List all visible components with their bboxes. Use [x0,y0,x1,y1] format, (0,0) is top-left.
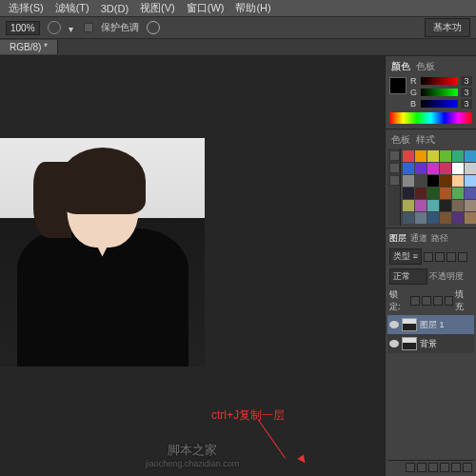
chevron-down-icon[interactable]: ▾ [69,24,76,31]
swatch[interactable] [403,212,414,224]
color-spectrum[interactable] [389,112,472,124]
layer-thumbnail[interactable] [402,337,417,350]
b-value[interactable]: 3 [461,99,472,109]
layer-row[interactable]: 背景 [387,334,474,353]
mask-icon[interactable] [417,463,426,472]
swatch[interactable] [440,188,451,199]
swatch[interactable] [415,175,426,187]
tab-styles[interactable]: 样式 [416,133,435,147]
layer-name[interactable]: 背景 [420,338,437,350]
swatch[interactable] [440,200,451,211]
swatch[interactable] [427,212,439,224]
fx-icon[interactable] [406,463,415,472]
menu-help[interactable]: 帮助(H) [230,0,275,17]
swatch[interactable] [440,212,451,224]
lock-all-icon[interactable] [445,296,454,306]
document-tab[interactable]: RGB/8) * [0,40,58,54]
canvas-area[interactable]: ctrl+J复制一层 脚本之家 jiaocheng.chazidian.com [0,56,385,476]
swatch[interactable] [403,163,414,174]
paragraph-icon[interactable] [389,163,400,173]
filter-icon[interactable] [446,252,456,262]
char-icon[interactable] [389,175,400,186]
layer-name[interactable]: 图层 1 [420,319,445,331]
swatch[interactable] [403,175,414,187]
swatch[interactable] [415,212,426,224]
workspace-switcher[interactable]: 基本功 [425,18,470,37]
swatch[interactable] [465,150,476,162]
zoom-input[interactable]: 100% [6,21,40,35]
filter-icon[interactable] [458,252,467,262]
lock-transparent-icon[interactable] [410,296,420,306]
foreground-color[interactable] [389,77,407,94]
letter-icon[interactable] [389,150,400,161]
tab-channels[interactable]: 通道 [410,232,427,245]
checkbox-protect[interactable] [84,23,93,32]
swatch[interactable] [465,175,476,187]
swatch[interactable] [465,212,476,224]
swatch[interactable] [415,200,426,211]
swatch[interactable] [452,175,464,187]
swatch[interactable] [427,200,439,211]
b-label: B [410,99,418,109]
swatch[interactable] [427,175,439,187]
tab-paths[interactable]: 路径 [431,232,448,245]
menu-view[interactable]: 视图(V) [135,0,180,17]
swatch[interactable] [403,150,414,162]
g-value[interactable]: 3 [461,88,472,97]
tool-icon[interactable] [147,21,160,34]
swatch[interactable] [452,200,464,211]
swatch[interactable] [440,175,451,187]
swatch[interactable] [465,200,476,211]
swatch[interactable] [452,163,464,174]
menu-3d[interactable]: 3D(D) [96,1,133,16]
new-layer-icon[interactable] [451,463,461,472]
tab-swatches-alt[interactable]: 色板 [416,60,435,73]
menu-select[interactable]: 选择(S) [4,0,49,17]
tab-layers[interactable]: 图层 [389,232,407,245]
swatch[interactable] [452,150,464,162]
menu-window[interactable]: 窗口(W) [182,0,229,17]
swatch[interactable] [465,188,476,199]
b-slider[interactable] [421,100,458,108]
menu-filter[interactable]: 滤镜(T) [50,0,94,17]
adjustment-icon[interactable] [428,463,438,472]
r-slider[interactable] [421,77,458,85]
layer-thumbnail[interactable] [402,318,417,331]
visibility-icon[interactable] [389,340,399,347]
lock-image-icon[interactable] [422,296,431,306]
brush-preview-icon[interactable] [48,21,61,34]
swatch[interactable] [427,163,439,174]
right-panels: 颜色 色板 R 3 G 3 B [385,56,476,476]
swatch[interactable] [427,188,439,199]
swatch[interactable] [440,150,451,162]
color-panel: 颜色 色板 R 3 G 3 B [386,56,476,129]
layer-row[interactable]: 图层 1 [387,315,474,334]
r-value[interactable]: 3 [461,76,472,86]
swatch[interactable] [427,150,439,162]
swatch[interactable] [452,188,464,199]
layer-filter-dropdown[interactable]: 类型 ≡ [389,248,422,265]
watermark-main: 脚本之家 [146,442,240,459]
swatch[interactable] [403,188,414,199]
g-slider[interactable] [421,89,458,96]
swatch[interactable] [415,150,426,162]
lock-position-icon[interactable] [433,296,443,306]
panel-icon-strip [387,149,401,226]
filter-icon[interactable] [435,252,445,262]
swatch[interactable] [415,188,426,199]
swatch[interactable] [415,163,426,174]
tab-swatches[interactable]: 色板 [391,133,410,147]
filter-icon[interactable] [424,252,433,262]
menu-bar: 选择(S) 滤镜(T) 3D(D) 视图(V) 窗口(W) 帮助(H) [0,0,476,16]
swatch[interactable] [403,200,414,211]
tab-color[interactable]: 颜色 [391,60,410,73]
swatch[interactable] [465,163,476,174]
swatch[interactable] [452,212,464,224]
visibility-icon[interactable] [389,321,399,328]
blend-mode-dropdown[interactable]: 正常 [389,268,427,285]
swatch[interactable] [440,163,451,174]
canvas-image [0,138,205,367]
group-icon[interactable] [440,463,449,472]
options-bar: 100% ▾ 保护色调 基本功 [0,16,476,39]
trash-icon[interactable] [463,463,472,472]
